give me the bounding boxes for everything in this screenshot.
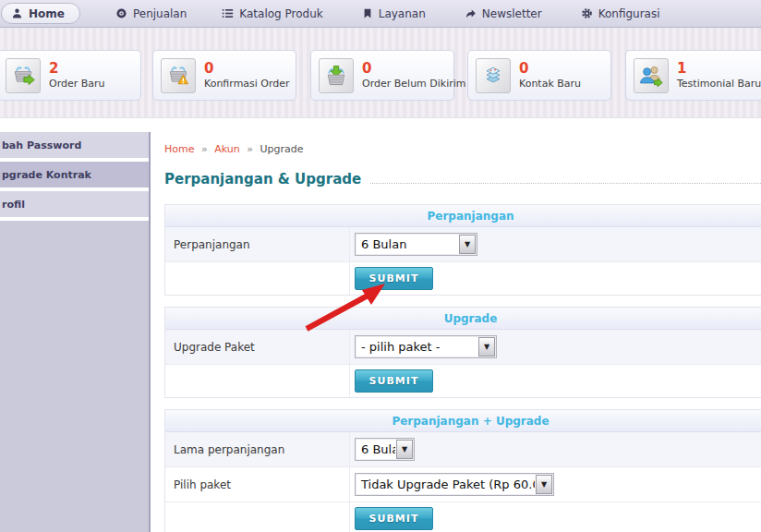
users-arrow-icon <box>634 58 669 93</box>
person-icon <box>11 7 23 19</box>
stat-count: 0 <box>519 60 581 78</box>
stat-label: Konfirmasi Order <box>204 78 290 91</box>
nav-item-katalog-produk[interactable]: Katalog Produk <box>222 7 322 20</box>
chevron-down-icon: ▼ <box>459 235 476 254</box>
basket-warning-icon <box>161 58 196 93</box>
stat-box-kontak-baru[interactable]: 0 Kontak Baru <box>467 50 611 101</box>
nav-item-newsletter[interactable]: Newsletter <box>465 7 542 20</box>
field-label: Pilih paket <box>165 467 350 502</box>
list-icon <box>222 7 234 19</box>
chevron-down-icon: ▼ <box>396 440 413 459</box>
section-header: Perpanjangan + Upgrade <box>165 410 761 432</box>
lama-perpanjangan-select[interactable]: 6 Bulan ▼ <box>355 438 415 461</box>
stats-band: 2 Order Baru 0 Konfirmasi Order 0 Order … <box>0 28 761 118</box>
stat-count: 0 <box>204 60 290 78</box>
perpanjangan-upgrade-submit-button[interactable]: SUBMIT <box>355 507 433 530</box>
target-icon <box>115 7 127 19</box>
nav-label: Home <box>29 7 65 20</box>
sidebar-filler <box>0 221 149 532</box>
sidebar-item-profil[interactable]: rofil <box>0 191 149 217</box>
section-perpanjangan-upgrade: Perpanjangan + Upgrade Lama perpanjangan… <box>164 409 761 532</box>
section-upgrade: Upgrade Upgrade Paket - pilih paket - ▼ … <box>164 307 761 398</box>
page-title: Perpanjangan & Upgrade <box>164 171 361 187</box>
form-row: Pilih paket Tidak Upgrade Paket (Rp 60.0… <box>165 467 761 502</box>
sidebar-item-ubah-password[interactable]: bah Password <box>0 132 149 158</box>
breadcrumb-link-home[interactable]: Home <box>164 143 194 155</box>
sidebar-item-label: pgrade Kontrak <box>2 169 91 181</box>
stat-label: Order Baru <box>49 78 105 91</box>
nav-item-konfigurasi[interactable]: Konfigurasi <box>581 7 660 20</box>
perpanjangan-duration-select[interactable]: 6 Bulan ▼ <box>355 233 477 256</box>
nav-item-penjualan[interactable]: Penjualan <box>115 7 187 20</box>
nav-label: Katalog Produk <box>239 7 322 20</box>
spacer <box>0 118 761 132</box>
chevron-down-icon: ▼ <box>536 475 552 494</box>
upgrade-paket-select[interactable]: - pilih paket - ▼ <box>355 335 497 358</box>
stat-count: 1 <box>677 60 761 78</box>
sidebar-item-label: rofil <box>2 199 25 211</box>
stat-label: Testimonial Baru <box>677 78 761 91</box>
stat-count: 0 <box>362 60 466 78</box>
top-navbar: Home Penjualan Katalog Produk Layanan Ne… <box>0 0 761 28</box>
upgrade-submit-button[interactable]: SUBMIT <box>355 369 433 393</box>
form-row: Upgrade Paket - pilih paket - ▼ <box>165 330 761 365</box>
sidebar: bah Password pgrade Kontrak rofil <box>0 132 151 532</box>
select-value: Tidak Upgrade Paket (Rp 60.000,-) <box>356 474 535 495</box>
nav-label: Penjualan <box>133 7 187 20</box>
field-label: Perpanjangan <box>165 227 350 261</box>
section-header: Perpanjangan <box>165 205 761 227</box>
title-dotted-rule <box>370 183 761 184</box>
form-row: SUBMIT <box>165 365 761 397</box>
form-row: Lama perpanjangan 6 Bulan ▼ <box>165 432 761 467</box>
basket-arrow-right-icon <box>6 58 41 93</box>
sidebar-item-upgrade-kontrak[interactable]: pgrade Kontrak <box>0 162 149 187</box>
section-perpanjangan: Perpanjangan Perpanjangan 6 Bulan ▼ SUBM… <box>164 204 761 296</box>
field-label: Lama perpanjangan <box>165 432 350 466</box>
stat-label: Order Belum Dikirim <box>362 78 466 91</box>
nav-label: Konfigurasi <box>598 7 660 20</box>
nav-item-layanan[interactable]: Layanan <box>362 7 426 20</box>
select-value: - pilih paket - <box>356 336 477 357</box>
select-value: 6 Bulan <box>356 439 395 460</box>
stat-box-order-belum-dikirim[interactable]: 0 Order Belum Dikirim <box>310 50 454 101</box>
sidebar-item-label: bah Password <box>2 139 81 151</box>
pilih-paket-select[interactable]: Tidak Upgrade Paket (Rp 60.000,-) ▼ <box>355 473 554 496</box>
stat-label: Kontak Baru <box>519 78 581 91</box>
select-value: 6 Bulan <box>356 234 458 255</box>
form-row: Perpanjangan 6 Bulan ▼ <box>165 227 761 262</box>
field-label: Upgrade Paket <box>165 330 350 364</box>
bookmark-icon <box>362 7 373 19</box>
nav-label: Newsletter <box>482 7 542 20</box>
form-row: SUBMIT <box>165 502 761 532</box>
perpanjangan-submit-button[interactable]: SUBMIT <box>355 267 433 290</box>
basket-arrow-down-icon <box>319 58 354 93</box>
form-row: SUBMIT <box>165 262 761 295</box>
stat-box-order-baru[interactable]: 2 Order Baru <box>0 50 141 101</box>
section-header: Upgrade <box>165 308 761 330</box>
gear-icon <box>581 7 593 19</box>
stat-count: 2 <box>49 60 105 78</box>
content-area: Home » Akun » Upgrade Perpanjangan & Upg… <box>151 132 761 532</box>
breadcrumb: Home » Akun » Upgrade <box>164 143 761 155</box>
stat-box-konfirmasi-order[interactable]: 0 Konfirmasi Order <box>152 50 296 101</box>
breadcrumb-separator: » <box>247 143 253 155</box>
breadcrumb-link-akun[interactable]: Akun <box>214 143 240 155</box>
photo-stack-icon <box>476 58 511 93</box>
nav-item-home[interactable]: Home <box>1 3 80 24</box>
nav-label: Layanan <box>379 7 426 20</box>
breadcrumb-current: Upgrade <box>260 143 303 155</box>
chevron-down-icon: ▼ <box>478 337 495 357</box>
breadcrumb-separator: » <box>201 143 208 155</box>
share-arrow-icon <box>465 7 477 19</box>
stat-box-testimonial-baru[interactable]: 1 Testimonial Baru <box>625 50 761 101</box>
